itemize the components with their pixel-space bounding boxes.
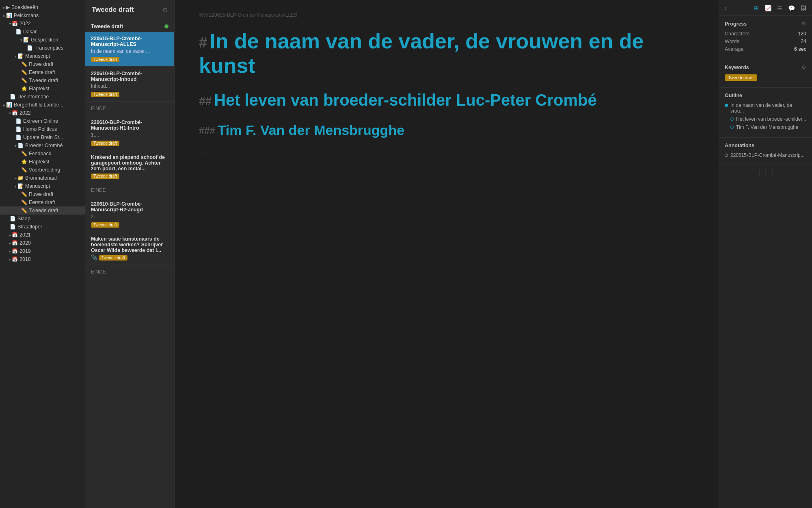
collapse-icon[interactable]: › xyxy=(725,5,727,11)
item-icon: ⭐ xyxy=(21,159,27,165)
sidebar-item-tweede-draft-2[interactable]: ✏️ Tweede draft xyxy=(0,206,85,215)
keyword-tag-tweede-draft[interactable]: Tweede draft xyxy=(725,74,757,81)
sidebar-item-2022-pelckmans[interactable]: ▾ 📅 2022 xyxy=(0,20,85,28)
sidebar-item-label: Flaptekst xyxy=(29,159,50,165)
sidebar-item-label: Eerste draft xyxy=(29,69,55,75)
sidebar-item-transcripties[interactable]: 📄 Transcripties xyxy=(0,44,85,52)
list-item-preview: In de naam van de vader,... xyxy=(91,48,168,54)
sidebar-item-broeder-crombo[interactable]: ▾ 📄 Broeder Crombé xyxy=(0,141,85,150)
sidebar-item-manuscript-2[interactable]: ▾ 📝 Manuscript xyxy=(0,182,85,190)
tag-item2: Tweede draft xyxy=(91,92,119,97)
sidebar-item-label: Bronmateriaal xyxy=(25,175,57,181)
list-item-title: 220610-BLP-Crombé-Manuscript-Inhoud xyxy=(91,71,168,82)
sidebar-item-label: Borgerhoff & Lambe... xyxy=(14,102,63,108)
item-icon: 📅 xyxy=(12,110,18,116)
list-item-item6[interactable]: Maken saaie kunstenaars de boeiendste we… xyxy=(85,232,174,265)
sidebar-item-homo-politicus[interactable]: 📄 Homo Politicus xyxy=(0,125,85,133)
item-icon: 📄 xyxy=(27,45,33,51)
chevron-icon: ▸ xyxy=(9,257,11,262)
item-icon: 📝 xyxy=(17,53,24,59)
item-icon: ✏️ xyxy=(21,208,27,213)
h3-marker: ### xyxy=(199,125,215,136)
sidebar-item-manuscript[interactable]: ▾ 📝 Manuscript xyxy=(0,52,85,60)
characters-value: 120 xyxy=(798,31,806,37)
sidebar-item-feedback[interactable]: ✏️ Feedback xyxy=(0,150,85,158)
list-item-item4[interactable]: Krakend en piepend schoof de garagepoort… xyxy=(85,150,174,183)
sidebar-item-borgerhoff[interactable]: ▸ 📊 Borgerhoff & Lambe... xyxy=(0,101,85,109)
h2-text: Het leven van broeder-schilder Luc-Peter… xyxy=(214,91,597,109)
sidebar: ▸ ▶ Boekideeën ▸ 📊 Pelckmans ▾ 📅 2022 📄 … xyxy=(0,0,85,508)
sidebar-item-update-brein-st[interactable]: 📄 Update Brein St... xyxy=(0,133,85,141)
grid-icon[interactable]: ⊞ xyxy=(754,5,759,11)
sidebar-item-extreem-online[interactable]: 📄 Extreem Online xyxy=(0,117,85,125)
sidebar-item-label: 2022 xyxy=(19,21,31,26)
sidebar-item-label: 2019 xyxy=(19,248,31,254)
item-icon: ⭐ xyxy=(21,86,27,91)
list-item-preview: 1.... xyxy=(91,132,168,138)
sidebar-item-flaptekst-2[interactable]: ⭐ Flaptekst xyxy=(0,158,85,166)
sidebar-item-ruwe-draft-1[interactable]: ✏️ Ruwe draft xyxy=(0,60,85,68)
chevron-icon: ▸ xyxy=(3,103,5,107)
outline-section: Outline In de naam van de vader, de vrou… xyxy=(719,88,812,138)
comment-icon[interactable]: 💬 xyxy=(788,5,795,11)
annotation-dot-1 xyxy=(725,154,728,157)
main-editor[interactable]: %% 220615-BLP-Crombé-Manuscript-ALLES #I… xyxy=(175,0,719,508)
heading-1: #In de naam van de vader, de vrouwen en … xyxy=(199,29,694,78)
outline-item-2[interactable]: Het leven van broeder-schilder... xyxy=(725,116,806,122)
sidebar-item-pelckmans[interactable]: ▸ 📊 Pelckmans xyxy=(0,11,85,20)
progress-header: Progress ⚙ xyxy=(725,21,806,27)
heading-2: ##Het leven van broeder-schilder Luc-Pet… xyxy=(199,90,694,110)
sidebar-item-desinformatie[interactable]: 📄 Desinformatie xyxy=(0,93,85,101)
list-item-item5[interactable]: 220610-BLP-Crombé-Manuscript-H2-Jeugd 2.… xyxy=(85,197,174,232)
sidebar-item-straatloper[interactable]: 📄 Straatloper xyxy=(0,223,85,231)
sidebar-item-2019[interactable]: ▸ 📅 2019 xyxy=(0,247,85,255)
sidebar-item-2020[interactable]: ▸ 📅 2020 xyxy=(0,239,85,247)
item-icon: 📄 xyxy=(10,216,16,221)
tag-item4: Tweede draft xyxy=(91,174,119,179)
list-item-item1[interactable]: 220615-BLP-Crombé-Manuscript-ALLES In de… xyxy=(85,32,174,67)
item-icon: 📄 xyxy=(15,29,22,35)
annotation-item-1[interactable]: 220615-BLP-Crombé-Manuscrip... xyxy=(725,152,806,158)
sidebar-item-ruwe-draft-2[interactable]: ✏️ Ruwe draft xyxy=(0,190,85,198)
keywords-section: Keywords ⚙ Tweede draft xyxy=(719,59,812,88)
sidebar-item-slaap[interactable]: 📄 Slaap xyxy=(0,215,85,223)
chart-icon[interactable]: 📈 xyxy=(764,5,771,11)
list-item-item2[interactable]: 220610-BLP-Crombé-Manuscript-Inhoud Inho… xyxy=(85,67,174,102)
sidebar-item-voorbereiding[interactable]: ✏️ Voorbereiding xyxy=(0,166,85,174)
list-item-title: Krakend en piepend schoof de garagepoort… xyxy=(91,154,168,172)
progress-gear-icon[interactable]: ⚙ xyxy=(801,21,806,27)
sidebar-item-eerste-draft-2[interactable]: ✏️ Eerste draft xyxy=(0,198,85,206)
outline-item-1[interactable]: In de naam van de vader, de vrou... xyxy=(725,102,806,114)
image-icon[interactable]: 🖼 xyxy=(801,5,806,11)
list-item-title: 220615-BLP-Crombé-Manuscript-ALLES xyxy=(91,36,168,47)
sidebar-item-gesprekken[interactable]: ▾ 📝 Gesprekken xyxy=(0,36,85,44)
item-icon: 📁 xyxy=(17,175,24,181)
menu-icon[interactable]: ⊙ xyxy=(162,6,168,14)
words-row: Words 24 xyxy=(725,39,806,44)
item-icon: 📄 xyxy=(15,118,22,124)
annotation-text-1: 220615-BLP-Crombé-Manuscrip... xyxy=(730,152,805,158)
einde-label: EINDE xyxy=(85,265,174,279)
sidebar-item-2022-borgerhoff[interactable]: ▾ 📅 2022 xyxy=(0,109,85,117)
item-icon: 📅 xyxy=(12,232,18,238)
item-icon: ✏️ xyxy=(21,61,27,67)
list-item-item3[interactable]: 220610-BLP-Crombé-Manuscript-H1-Intro 1.… xyxy=(85,115,174,150)
sidebar-item-dakar[interactable]: 📄 Dakar xyxy=(0,28,85,36)
item-icon: 📅 xyxy=(12,21,18,26)
sidebar-item-label: Update Brein St... xyxy=(23,135,63,140)
sidebar-item-boekideeen[interactable]: ▸ ▶ Boekideeën xyxy=(0,3,85,11)
sidebar-item-eerste-draft-1[interactable]: ✏️ Eerste draft xyxy=(0,68,85,76)
list-icon[interactable]: ☰ xyxy=(777,5,782,11)
sidebar-item-2018[interactable]: ▸ 📅 2018 xyxy=(0,255,85,263)
sidebar-item-2021[interactable]: ▸ 📅 2021 xyxy=(0,231,85,239)
sidebar-item-tweede-draft-1[interactable]: ✏️ Tweede draft xyxy=(0,76,85,85)
sidebar-item-flaptekst-1[interactable]: ⭐ Flaptekst xyxy=(0,85,85,93)
sidebar-item-bronmateriaal[interactable]: ▸ 📁 Bronmateriaal xyxy=(0,174,85,182)
keywords-gear-icon[interactable]: ⚙ xyxy=(801,64,806,70)
outline-header: Outline xyxy=(725,93,806,98)
item-icon: ✏️ xyxy=(21,151,27,156)
tag-item6: Tweede draft xyxy=(99,255,127,261)
outline-item-3[interactable]: Tim F. Van der Mensbrugghe xyxy=(725,124,806,130)
h3-text: Tim F. Van der Mensbrugghe xyxy=(218,122,404,138)
item-icon: ▶ xyxy=(6,4,10,10)
